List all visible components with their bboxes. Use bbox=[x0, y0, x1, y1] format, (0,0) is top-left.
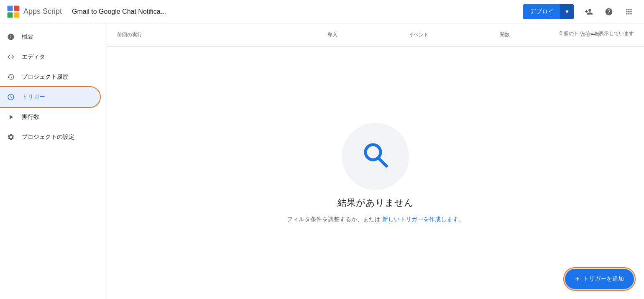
main-content: 0 個のトリガーを表示しています 前回の実行 導入 イベント 関数 エラー率 結… bbox=[107, 23, 644, 299]
sidebar-item-editor[interactable]: エディタ bbox=[0, 47, 100, 67]
sidebar-executions-label: 実行数 bbox=[22, 113, 39, 121]
google-logo-icon bbox=[7, 5, 20, 18]
sidebar-item-triggers[interactable]: トリガー bbox=[0, 87, 100, 107]
add-trigger-label: トリガーを追加 bbox=[583, 275, 624, 283]
add-person-icon bbox=[585, 8, 593, 16]
svg-rect-2 bbox=[8, 12, 13, 18]
history-icon bbox=[7, 73, 15, 81]
settings-icon bbox=[7, 133, 15, 141]
deploy-dropdown-button[interactable]: ▼ bbox=[560, 4, 574, 19]
main-layout: 概要 エディタ プロジェクト履歴 トリガー bbox=[0, 23, 644, 299]
sidebar-item-executions[interactable]: 実行数 bbox=[0, 107, 100, 127]
magnify-icon bbox=[359, 140, 392, 173]
col-prev-run: 前回の実行 bbox=[117, 31, 289, 38]
triggers-icon bbox=[7, 93, 15, 101]
deploy-arrow-icon: ▼ bbox=[565, 9, 570, 15]
help-icon bbox=[605, 8, 613, 16]
empty-subtitle-pre: フィルタ条件を調整するか、または bbox=[287, 216, 381, 222]
sidebar-settings-label: プロジェクトの設定 bbox=[22, 133, 74, 141]
sidebar-triggers-label: トリガー bbox=[22, 93, 45, 101]
sidebar-editor-label: エディタ bbox=[22, 53, 45, 61]
create-trigger-link[interactable]: 新しいトリガーを作成します。 bbox=[382, 216, 464, 222]
add-trigger-plus-icon: + bbox=[575, 275, 580, 284]
apps-grid-icon bbox=[625, 8, 633, 16]
col-event: イベント bbox=[376, 31, 462, 38]
empty-title: 結果がありません bbox=[337, 197, 414, 209]
sidebar-item-history[interactable]: プロジェクト履歴 bbox=[0, 67, 100, 87]
empty-state-illustration bbox=[342, 123, 409, 190]
svg-line-5 bbox=[378, 158, 386, 166]
header-icon-group bbox=[580, 3, 637, 20]
svg-rect-1 bbox=[14, 5, 20, 11]
sidebar-overview-label: 概要 bbox=[22, 33, 33, 41]
col-deploy: 導入 bbox=[289, 31, 376, 38]
column-headers: 前回の実行 導入 イベント 関数 エラー率 bbox=[117, 31, 634, 38]
editor-icon bbox=[7, 53, 15, 61]
help-button[interactable] bbox=[601, 3, 617, 20]
sidebar-item-overview[interactable]: 概要 bbox=[0, 27, 100, 47]
project-name-label: Gmail to Google Chat Notifica... bbox=[72, 8, 166, 15]
executions-icon bbox=[7, 113, 15, 121]
svg-rect-0 bbox=[8, 5, 13, 11]
deploy-main-button[interactable]: デプロイ bbox=[523, 4, 560, 19]
sidebar-item-settings[interactable]: プロジェクトの設定 bbox=[0, 127, 100, 147]
add-trigger-button[interactable]: + トリガーを追加 bbox=[565, 269, 634, 289]
col-function: 関数 bbox=[462, 31, 548, 38]
empty-subtitle: フィルタ条件を調整するか、または 新しいトリガーを作成します。 bbox=[287, 216, 464, 223]
app-name-label: Apps Script bbox=[23, 7, 62, 16]
sidebar-history-label: プロジェクト履歴 bbox=[22, 73, 69, 81]
apps-grid-button[interactable] bbox=[621, 3, 637, 20]
add-person-button[interactable] bbox=[580, 3, 597, 20]
svg-rect-3 bbox=[14, 12, 20, 18]
trigger-count-label: 0 個のトリガーを表示しています bbox=[560, 30, 634, 37]
active-ring-decoration bbox=[0, 86, 101, 108]
empty-state: 結果がありません フィルタ条件を調整するか、または 新しいトリガーを作成します。 bbox=[107, 47, 644, 299]
deploy-button-group[interactable]: デプロイ ▼ bbox=[523, 4, 574, 19]
sidebar: 概要 エディタ プロジェクト履歴 トリガー bbox=[0, 23, 107, 299]
logo-area: Apps Script bbox=[7, 5, 62, 18]
app-header: Apps Script Gmail to Google Chat Notific… bbox=[0, 0, 644, 23]
overview-icon bbox=[7, 33, 15, 41]
